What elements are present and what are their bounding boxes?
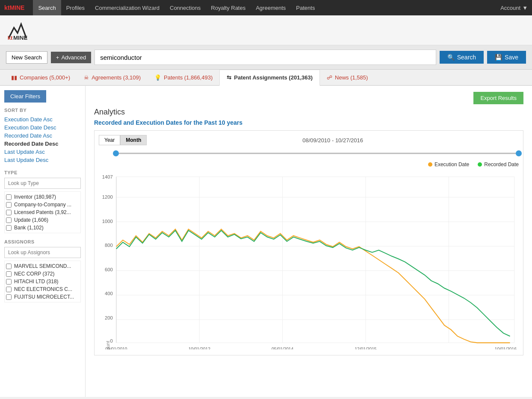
save-icon: 💾 [495,54,502,61]
nav-search[interactable]: Search [33,0,61,15]
tab-news[interactable]: ☍ News (1,585) [320,70,375,86]
y-label-1000: 1000 [102,219,113,224]
view-toggle: Year Month [99,135,147,145]
x-label-4: 12/01/2015 [355,347,376,349]
sort-execution-asc[interactable]: Execution Date Asc [4,115,81,123]
search-bar: New Search + Advanced 🔍 Search 💾 Save [0,45,532,70]
clear-filters-button[interactable]: Clear Filters [4,90,46,103]
recorded-date-color [478,162,482,167]
filter-nec-corp[interactable]: NEC CORP (372) [6,270,79,278]
nav-patents[interactable]: Patents [291,0,320,15]
y-label-0: 0 [110,338,112,343]
brand-name: ktMINE [4,4,24,11]
search-button[interactable]: 🔍 Search [440,51,484,64]
view-year-button[interactable]: Year [99,135,120,145]
patent-assignments-icon: ⇆ [227,74,231,81]
sort-recorded-asc[interactable]: Recorded Date Asc [4,132,81,140]
slider-left-handle[interactable] [113,150,119,156]
patents-icon: 💡 [154,74,161,81]
view-month-button[interactable]: Month [120,135,147,145]
assignors-filter-list: MARVELL SEMICOND... NEC CORP (372) HITAC… [4,261,81,302]
nav-profiles[interactable]: Profiles [61,0,90,15]
svg-text:MINE: MINE [13,35,27,41]
filter-update[interactable]: Update (1,606) [6,216,79,224]
main-area: Clear Filters SORT BY Execution Date Asc… [0,86,532,397]
x-label-1: 09/01/2010 [105,347,127,349]
tab-agreements[interactable]: ☠ Agreements (3,109) [77,70,148,86]
sort-recorded-desc[interactable]: Recorded Date Desc [4,140,81,148]
date-range-label: 08/09/2010 - 10/27/2016 [147,137,519,144]
type-lookup-input[interactable] [4,178,81,189]
chart-svg-wrapper: 1407 1200 1000 800 600 400 200 0 [99,170,519,351]
sidebar: Clear Filters SORT BY Execution Date Asc… [0,86,86,397]
nav-connections[interactable]: Connections [165,0,206,15]
y-label-200: 200 [105,315,113,320]
filter-inventor[interactable]: Inventor (180,987) [6,193,79,201]
agreements-icon: ☠ [84,74,89,81]
filter-hitachi[interactable]: HITACHI LTD (318) [6,278,79,285]
type-filter-list: Inventor (180,987) Company-to-Company ..… [4,191,81,233]
slider-track [116,153,519,154]
chevron-down-icon: ▼ [522,5,528,11]
analytics-chart: 1407 1200 1000 800 600 400 200 0 [99,170,519,349]
filter-nec-electronics[interactable]: NEC ELECTRONICS C... [6,285,79,293]
nav-agreements[interactable]: Agreements [251,0,291,15]
chart-subtitle: Recorded and Execution Dates for the Pas… [94,119,523,126]
filter-fujitsu[interactable]: FUJITSU MICROELECT... [6,293,79,301]
export-results-button[interactable]: Export Results [473,92,523,104]
x-label-5: 10/01/2016 [495,347,517,349]
account-menu[interactable]: Account ▼ [500,5,528,11]
news-icon: ☍ [327,74,332,81]
highlight-years: 10 [219,119,225,126]
sort-execution-desc[interactable]: Execution Date Desc [4,123,81,132]
search-input[interactable] [95,50,436,65]
logo-icon: kt MINE [7,20,28,41]
tab-patent-assignments[interactable]: ⇆ Patent Assignments (201,363) [219,70,320,86]
assignors-lookup-input[interactable] [4,247,81,258]
new-search-button[interactable]: New Search [6,51,47,64]
y-label-1407: 1407 [102,174,113,179]
companies-icon: ▮▮ [11,74,17,81]
y-label-800: 800 [105,243,113,248]
nav-royalty-rates[interactable]: Royalty Rates [206,0,251,15]
filter-marvell[interactable]: MARVELL SEMICOND... [6,262,79,270]
type-section-label: TYPE [4,170,81,175]
legend-execution-date: Execution Date [428,161,469,167]
search-icon: 🔍 [447,54,455,61]
y-label-1200: 1200 [102,194,113,200]
chart-legend: Execution Date Recorded Date [99,161,519,167]
chart-area: Export Results Analytics Recorded and Ex… [86,86,532,397]
filter-licensed-patents[interactable]: Licensed Patents (3,92... [6,208,79,216]
x-label-3: 05/01/2014 [272,347,293,349]
filter-bank[interactable]: Bank (1,102) [6,224,79,232]
slider-right-handle[interactable] [516,150,522,156]
chart-container: Year Month 08/09/2010 - 10/27/2016 Execu… [94,130,523,355]
svg-text:kt: kt [8,35,13,41]
tabs-bar: ▮▮ Companies (5,000+) ☠ Agreements (3,10… [0,70,532,86]
advanced-search-button[interactable]: + Advanced [51,52,91,63]
tab-companies[interactable]: ▮▮ Companies (5,000+) [4,70,77,86]
filter-company-to-company[interactable]: Company-to-Company ... [6,201,79,208]
tab-patents[interactable]: 💡 Patents (1,866,493) [148,70,219,86]
save-button[interactable]: 💾 Save [487,51,526,64]
y-label-400: 400 [105,291,113,296]
assignors-section-label: ASSIGNORS [4,239,81,244]
plus-icon: + [56,54,59,61]
top-nav: ktMINE Search Profiles Commercialization… [0,0,532,15]
sort-last-update-desc[interactable]: Last Update Desc [4,156,81,164]
sort-last-update-asc[interactable]: Last Update Asc [4,148,81,156]
date-range-slider[interactable] [116,149,519,158]
legend-recorded-date: Recorded Date [478,161,519,167]
logo-bar: kt MINE [0,15,532,45]
execution-date-color [428,162,432,167]
x-label-2: 10/01/2012 [189,347,210,349]
analytics-title: Analytics [94,108,523,117]
chart-top-bar: Year Month 08/09/2010 - 10/27/2016 [99,135,519,145]
sort-by-label: SORT BY [4,108,81,113]
y-label-600: 600 [105,267,113,272]
nav-commercialization[interactable]: Commercialization Wizard [90,0,165,15]
